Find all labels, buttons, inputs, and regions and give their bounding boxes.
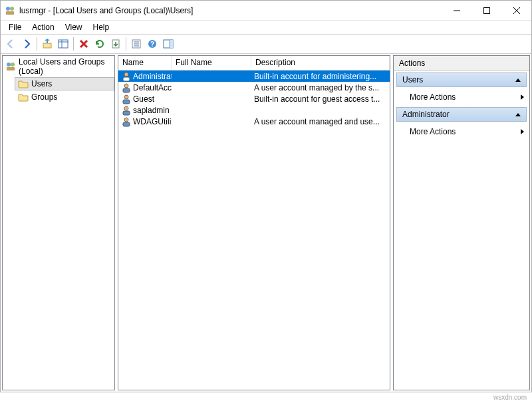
toolbar-divider xyxy=(37,37,37,51)
toolbar-divider xyxy=(73,37,74,51)
svg-rect-8 xyxy=(59,40,68,48)
chevron-right-icon xyxy=(521,94,524,100)
show-hide-tree-button[interactable] xyxy=(56,37,70,51)
table-row[interactable]: GuestBuilt-in account for guest access t… xyxy=(118,93,390,104)
actions-link-more-administrator[interactable]: More Actions xyxy=(394,123,529,140)
menu-view[interactable]: View xyxy=(60,21,88,33)
svg-rect-4 xyxy=(483,7,489,13)
svg-point-1 xyxy=(10,7,14,11)
minimize-button[interactable] xyxy=(442,1,471,20)
close-button[interactable] xyxy=(501,1,531,20)
cell-name: Administrator xyxy=(118,71,172,82)
menu-bar: File Action View Help xyxy=(1,21,531,34)
menu-file[interactable]: File xyxy=(3,21,27,33)
console-root-icon xyxy=(5,61,16,72)
actions-section-users[interactable]: Users xyxy=(396,72,527,87)
collapse-icon xyxy=(515,113,521,116)
actions-section-title: Users xyxy=(402,75,423,84)
back-button[interactable] xyxy=(3,37,18,51)
tree-children: Users Groups xyxy=(3,77,114,104)
svg-rect-23 xyxy=(7,67,15,70)
user-icon xyxy=(121,71,132,82)
up-button[interactable] xyxy=(40,37,55,51)
svg-point-28 xyxy=(124,95,128,99)
title-bar: lusrmgr - [Local Users and Groups (Local… xyxy=(1,1,531,21)
tree-item-label: Groups xyxy=(31,92,57,102)
tree-item-users[interactable]: Users xyxy=(15,77,114,90)
table-row[interactable]: WDAGUtility...A user account managed and… xyxy=(118,116,390,127)
svg-rect-27 xyxy=(123,88,130,92)
user-name: DefaultAcco... xyxy=(133,83,172,92)
delete-button[interactable] xyxy=(76,37,91,51)
column-header-name[interactable]: Name xyxy=(118,56,172,70)
app-icon xyxy=(5,5,15,16)
user-name: sapladmin xyxy=(133,106,170,115)
tree-root[interactable]: Local Users and Groups (Local) xyxy=(3,56,114,77)
actions-link-more-users[interactable]: More Actions xyxy=(394,88,529,106)
table-row[interactable]: DefaultAcco...A user account managed by … xyxy=(118,82,390,93)
actions-link-label: More Actions xyxy=(410,127,456,136)
svg-point-30 xyxy=(124,106,128,110)
forward-button[interactable] xyxy=(19,37,34,51)
maximize-button[interactable] xyxy=(471,1,501,20)
actions-section-administrator[interactable]: Administrator xyxy=(396,107,527,122)
svg-rect-25 xyxy=(123,77,130,81)
svg-point-21 xyxy=(7,63,11,67)
refresh-button[interactable] xyxy=(92,37,107,51)
collapse-icon xyxy=(515,78,521,82)
svg-rect-29 xyxy=(123,100,130,104)
tree-pane: Local Users and Groups (Local) Users Gro… xyxy=(2,55,115,390)
toolbar-divider xyxy=(126,37,126,51)
folder-icon xyxy=(18,92,29,102)
folder-icon xyxy=(18,78,29,89)
chevron-right-icon xyxy=(521,129,524,134)
watermark: wsxdn.com xyxy=(493,394,527,401)
user-name: WDAGUtility... xyxy=(133,117,172,126)
actions-link-label: More Actions xyxy=(410,92,456,102)
cell-name: sapladmin xyxy=(118,105,172,116)
cell-description: A user account managed and use... xyxy=(251,117,390,126)
menu-help[interactable]: Help xyxy=(88,21,115,33)
svg-point-24 xyxy=(124,72,128,76)
tree-root-label: Local Users and Groups (Local) xyxy=(19,57,112,76)
main-area: Local Users and Groups (Local) Users Gro… xyxy=(1,54,531,392)
user-icon xyxy=(121,82,132,93)
svg-rect-33 xyxy=(123,122,130,126)
user-icon xyxy=(121,116,132,127)
cell-name: Guest xyxy=(118,94,172,104)
window-title: lusrmgr - [Local Users and Groups (Local… xyxy=(19,6,193,15)
svg-rect-7 xyxy=(43,43,51,48)
menu-action[interactable]: Action xyxy=(27,21,59,33)
user-name: Administrator xyxy=(133,72,172,81)
app-window: lusrmgr - [Local Users and Groups (Local… xyxy=(0,0,532,392)
svg-point-26 xyxy=(124,84,128,88)
user-icon xyxy=(121,94,132,104)
svg-point-32 xyxy=(124,118,128,122)
column-header-fullname[interactable]: Full Name xyxy=(172,56,251,70)
svg-rect-20 xyxy=(170,40,173,48)
tree-item-groups[interactable]: Groups xyxy=(15,90,114,104)
cell-description: Built-in account for administering... xyxy=(251,72,390,81)
cell-description: Built-in account for guest access t... xyxy=(251,94,390,104)
actions-header: Actions xyxy=(394,56,529,71)
user-name: Guest xyxy=(133,94,154,104)
column-header-description[interactable]: Description xyxy=(251,56,390,70)
table-row[interactable]: sapladmin xyxy=(118,104,390,116)
list-body: AdministratorBuilt-in account for admini… xyxy=(118,70,390,390)
list-header: Name Full Name Description xyxy=(118,56,390,70)
show-hide-action-pane-button[interactable] xyxy=(161,37,176,51)
export-list-button[interactable] xyxy=(108,37,123,51)
toolbar: ? xyxy=(1,35,531,53)
actions-pane: Actions Users More Actions Administrator… xyxy=(393,55,530,390)
actions-section-title: Administrator xyxy=(402,110,450,119)
svg-point-22 xyxy=(11,63,15,67)
cell-name: WDAGUtility... xyxy=(118,116,172,127)
svg-rect-31 xyxy=(123,111,130,115)
user-icon xyxy=(121,105,132,116)
svg-rect-2 xyxy=(6,11,14,15)
help-button[interactable]: ? xyxy=(145,37,160,51)
table-row[interactable]: AdministratorBuilt-in account for admini… xyxy=(118,70,390,82)
cell-description: A user account managed by the s... xyxy=(251,83,390,92)
properties-button[interactable] xyxy=(129,37,144,51)
svg-text:?: ? xyxy=(150,41,154,48)
